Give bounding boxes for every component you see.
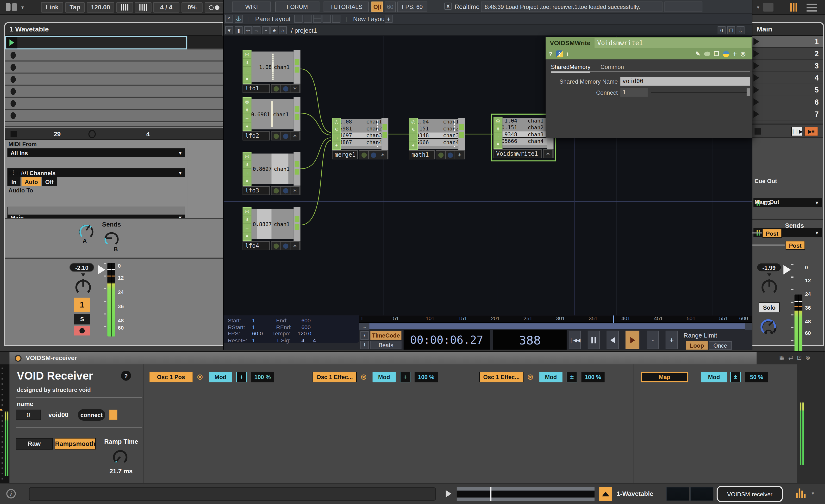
node-name[interactable]: math1 bbox=[409, 150, 435, 159]
range-left-handle[interactable]: ... bbox=[359, 323, 369, 330]
send-a-post-button[interactable]: Post bbox=[762, 229, 782, 238]
viewer-flag-icon[interactable]: ◎ bbox=[243, 153, 251, 161]
node-indicator-green[interactable] bbox=[272, 187, 281, 194]
export-flag-icon[interactable]: → bbox=[243, 224, 251, 232]
node-output-connectors[interactable] bbox=[294, 97, 300, 131]
scene-row-7[interactable]: 7 bbox=[752, 108, 823, 120]
viewer-flag-icon[interactable]: ◎ bbox=[494, 117, 502, 125]
wiki-button[interactable]: WIKI bbox=[232, 2, 271, 12]
tutorials-button[interactable]: TUTORIALS bbox=[323, 2, 369, 12]
node-indicator-star[interactable]: ✶ bbox=[543, 150, 553, 158]
device-help-button[interactable]: ? bbox=[121, 371, 131, 381]
pause-button[interactable] bbox=[588, 331, 600, 349]
mod-polarity-button[interactable]: + bbox=[236, 371, 247, 382]
arm-button[interactable] bbox=[74, 326, 90, 335]
realtime-checkbox[interactable]: X bbox=[445, 3, 451, 9]
pane-layout-vsplit-icon[interactable] bbox=[304, 15, 312, 22]
reset-icon[interactable]: ◎ bbox=[740, 51, 745, 57]
performance-monitor-icon[interactable]: ^ bbox=[225, 15, 233, 22]
loop-button[interactable]: Loop bbox=[686, 341, 708, 350]
viewer-flag-icon[interactable]: ◎ bbox=[243, 208, 251, 216]
node-indicator-blue[interactable] bbox=[446, 151, 455, 159]
connect-slider-track[interactable] bbox=[651, 92, 747, 93]
comment-icon[interactable] bbox=[704, 52, 710, 57]
info-icon[interactable]: i bbox=[6, 489, 16, 498]
stop-all-clips-button[interactable] bbox=[755, 128, 761, 135]
node-name[interactable]: lfo1 bbox=[242, 84, 270, 93]
pan-knob[interactable] bbox=[73, 272, 94, 298]
new-layout-add-button[interactable]: + bbox=[385, 15, 392, 22]
bypass-flag-icon[interactable]: ↯ bbox=[243, 161, 251, 169]
node-output-connectors[interactable] bbox=[294, 207, 300, 241]
save-preset-icon[interactable]: ⊡ bbox=[797, 354, 802, 361]
tap-tempo-button[interactable]: Tap bbox=[65, 2, 85, 13]
tab-sharedmemory[interactable]: SharedMemory bbox=[551, 64, 591, 73]
clip-stop-button[interactable] bbox=[11, 131, 17, 137]
node-name[interactable]: lfo2 bbox=[242, 132, 270, 140]
timeline-ruler[interactable]: 1 51 101 151 201 251 301 351 401 451 501… bbox=[359, 316, 752, 323]
bookmark-star-icon[interactable]: ★ bbox=[271, 26, 278, 34]
tempo-field[interactable]: 120.00 bbox=[87, 2, 114, 13]
bypass-flag-icon[interactable]: ↯ bbox=[243, 106, 251, 114]
chevron-down-icon[interactable]: ▼ bbox=[756, 5, 760, 10]
solo-button[interactable]: S bbox=[74, 314, 90, 325]
scene-row-1[interactable]: 1 bbox=[752, 36, 823, 48]
main-track-title[interactable]: Main bbox=[752, 23, 823, 36]
node-indicator-star[interactable]: ✶ bbox=[290, 187, 300, 194]
mod-depth-button[interactable]: Mod bbox=[209, 371, 232, 382]
connect-button[interactable]: connect bbox=[78, 409, 105, 421]
timeline-range-bar[interactable]: ... bbox=[359, 323, 752, 330]
viewer-flag-icon[interactable]: ◎ bbox=[409, 118, 417, 126]
node-indicator-green[interactable] bbox=[272, 85, 281, 92]
monitor-auto-button[interactable]: Auto bbox=[22, 177, 41, 186]
nudge-down-button[interactable] bbox=[116, 2, 133, 13]
scrub-cursor[interactable] bbox=[491, 487, 491, 501]
scene-row-4[interactable]: 4 bbox=[752, 72, 823, 84]
help-icon[interactable]: ? bbox=[549, 51, 552, 57]
home-icon[interactable]: ⌂ bbox=[279, 26, 287, 34]
clip-stop-slot[interactable] bbox=[5, 110, 224, 122]
node-indicator-blue[interactable] bbox=[281, 132, 290, 140]
clip-play-icon[interactable] bbox=[6, 37, 17, 48]
export-flag-icon[interactable]: → bbox=[243, 67, 251, 75]
viewer-flag-icon[interactable]: ◎ bbox=[243, 51, 251, 59]
export-flag-icon[interactable]: → bbox=[332, 134, 341, 142]
node-indicator-green[interactable] bbox=[359, 151, 369, 159]
device-thumbnail-eq[interactable] bbox=[690, 487, 714, 501]
node-output-connectors[interactable] bbox=[381, 118, 388, 150]
operator-name-field[interactable]: Voidsmwrite1 bbox=[595, 38, 751, 48]
pane-layout-hsplit-icon[interactable] bbox=[313, 15, 321, 22]
step-forward-button[interactable]: + bbox=[666, 331, 678, 349]
bypass-flag-icon[interactable]: ↯ bbox=[494, 125, 502, 133]
device-title-bar[interactable]: VOIDSM-receiver bbox=[9, 352, 756, 364]
play-reverse-button[interactable] bbox=[607, 331, 619, 349]
mod-polarity-button[interactable]: ± bbox=[567, 371, 577, 382]
step-back-button[interactable]: - bbox=[647, 331, 659, 349]
mod-depth-button[interactable]: Mod bbox=[373, 371, 396, 382]
node-indicator-star[interactable]: ✶ bbox=[290, 242, 300, 250]
tab-common[interactable]: Common bbox=[600, 64, 624, 72]
scene-row-6[interactable]: 6 bbox=[752, 96, 823, 108]
nudge-up-button[interactable] bbox=[135, 2, 151, 13]
copy-parameters-icon[interactable]: ❐ bbox=[714, 51, 719, 57]
td-node-merge1[interactable]: ◎↯→● 1.08chan1 0.6981chan2 0.8697chan3 0… bbox=[332, 118, 388, 159]
mod-polarity-button[interactable]: ± bbox=[730, 371, 741, 382]
node-indicator-star[interactable]: ✶ bbox=[378, 151, 388, 159]
metronome-button[interactable] bbox=[205, 2, 224, 13]
mod-amount-value[interactable]: 100 % bbox=[415, 371, 438, 382]
monitor-off-button[interactable]: Off bbox=[42, 177, 57, 186]
shm-index-field[interactable]: 0 bbox=[16, 410, 41, 420]
pane-layout-3split-icon[interactable] bbox=[322, 15, 331, 22]
ramp-time-knob[interactable] bbox=[110, 447, 130, 467]
cook-flag-icon[interactable]: ● bbox=[494, 141, 502, 148]
node-indicator-star[interactable]: ✶ bbox=[455, 151, 464, 159]
node-output-connectors[interactable] bbox=[294, 152, 300, 186]
node-output-connectors[interactable] bbox=[294, 50, 300, 84]
cook-flag-icon[interactable]: ● bbox=[243, 75, 251, 83]
link-button[interactable]: Link bbox=[41, 2, 63, 13]
node-indicator-star[interactable]: ✶ bbox=[290, 85, 300, 92]
timecode-mode-button[interactable]: TimeCode bbox=[370, 331, 401, 340]
map-button[interactable]: Map bbox=[641, 371, 688, 382]
export-flag-icon[interactable]: → bbox=[243, 169, 251, 177]
playhead[interactable] bbox=[613, 316, 614, 323]
